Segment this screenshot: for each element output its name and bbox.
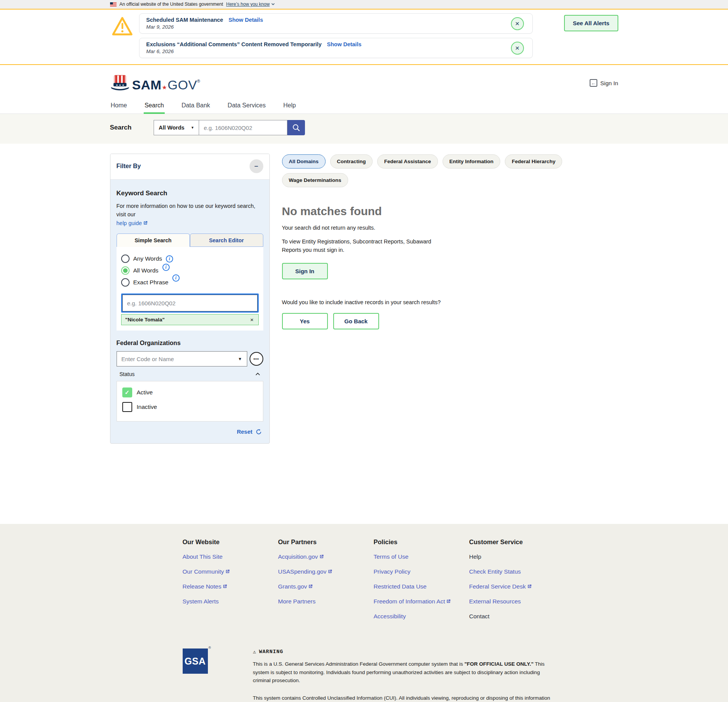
footer-link-accessibility[interactable]: Accessibility	[374, 613, 469, 620]
footer-link-contact[interactable]: Contact	[469, 613, 565, 620]
keyword-search-input[interactable]	[122, 295, 258, 311]
radio-any-words-label: Any Words	[133, 255, 162, 262]
search-band: Search All Words ▼	[0, 114, 728, 144]
footer-link-federal-service-desk[interactable]: Federal Service Desk	[469, 583, 565, 590]
search-mode-select[interactable]: All Words ▼	[154, 120, 199, 135]
domain-tab-wage-determinations[interactable]: Wage Determinations	[282, 173, 349, 187]
yes-button[interactable]: Yes	[282, 313, 328, 329]
login-icon: ←	[590, 79, 597, 87]
keyword-search-heading: Keyword Search	[117, 190, 263, 197]
footer-link-usaspending-gov[interactable]: USASpending.gov	[278, 568, 374, 575]
domain-tab-contracting[interactable]: Contracting	[330, 154, 373, 169]
gov-banner: An official website of the United States…	[0, 0, 728, 10]
external-link-icon	[308, 584, 313, 589]
nav-item-help[interactable]: Help	[282, 100, 297, 113]
us-flag-icon	[110, 2, 117, 6]
header-sign-in-link[interactable]: ← Sign In	[590, 79, 618, 87]
checkbox-inactive[interactable]	[122, 402, 132, 412]
warning-icon: ⚠	[253, 648, 256, 655]
refresh-icon[interactable]	[256, 429, 262, 435]
info-icon[interactable]: i	[166, 255, 173, 263]
footer-link-restricted-data-use[interactable]: Restricted Data Use	[374, 583, 469, 590]
primary-nav: Home Search Data Bank Data Services Help	[0, 100, 728, 114]
radio-any-words[interactable]	[121, 255, 130, 263]
nav-item-data-bank[interactable]: Data Bank	[181, 100, 211, 113]
search-mode-value: All Words	[159, 125, 184, 131]
nav-item-home[interactable]: Home	[110, 100, 128, 113]
collapse-filters-button[interactable]: −	[250, 159, 263, 173]
search-band-label: Search	[110, 124, 132, 131]
status-options-card: ✓ Active Inactive	[117, 381, 263, 422]
domain-tab-all-domains[interactable]: All Domains	[282, 154, 326, 169]
sam-gov-logo[interactable]: ★ ★ ★ SAM★GOV®	[110, 75, 201, 91]
radio-exact-phrase-label: Exact Phrase	[133, 279, 169, 286]
keyword-tag-label: "Nicole Tomala"	[125, 317, 165, 323]
nav-item-search[interactable]: Search	[144, 100, 165, 113]
radio-exact-phrase[interactable]	[121, 278, 130, 287]
global-search-input[interactable]	[199, 120, 287, 135]
sign-in-label: Sign In	[600, 80, 618, 86]
go-back-button[interactable]: Go Back	[333, 313, 379, 329]
footer-link-external-resources[interactable]: External Resources	[469, 598, 565, 605]
show-details-link[interactable]: Show Details	[327, 41, 362, 47]
logo-text-gov: GOV	[168, 78, 197, 92]
footer-link-system-alerts[interactable]: System Alerts	[183, 598, 278, 605]
help-guide-link[interactable]: help guide	[117, 220, 148, 226]
external-link-icon	[527, 584, 532, 589]
footer-heading-our-website: Our Website	[183, 538, 278, 546]
footer-link-grants-gov[interactable]: Grants.gov	[278, 583, 374, 590]
radio-all-words[interactable]	[121, 266, 130, 275]
how-you-know-link[interactable]: Here’s how you know	[226, 2, 275, 7]
show-details-link[interactable]: Show Details	[229, 17, 263, 23]
info-icon[interactable]: i	[172, 274, 180, 282]
alert-title: Scheduled SAM Maintenance	[146, 17, 223, 23]
registered-mark: ®	[208, 646, 211, 650]
footer: Our Website About This Site Our Communit…	[0, 524, 728, 702]
minus-icon: −	[254, 162, 258, 170]
footer-link-release-notes[interactable]: Release Notes	[183, 583, 278, 590]
info-icon[interactable]: i	[162, 264, 170, 271]
chevron-up-icon[interactable]	[255, 373, 260, 376]
remove-tag-icon[interactable]: ×	[250, 316, 254, 323]
checkbox-active[interactable]: ✓	[122, 387, 132, 397]
close-alert-button[interactable]: ×	[511, 17, 524, 30]
tab-simple-search[interactable]: Simple Search	[117, 233, 190, 247]
search-submit-button[interactable]	[287, 120, 305, 135]
no-matches-heading: No matches found	[282, 205, 618, 218]
alert-date: Mar 9, 2026	[146, 24, 506, 30]
footer-link-our-community[interactable]: Our Community	[183, 568, 278, 575]
footer-link-about-this-site[interactable]: About This Site	[183, 553, 278, 560]
search-icon	[292, 123, 300, 132]
footer-link-acquisition-gov[interactable]: Acquisition.gov	[278, 553, 374, 560]
warning-paragraph-2: This system contains Controlled Unclassi…	[253, 694, 555, 702]
domain-tab-entity-information[interactable]: Entity Information	[443, 154, 501, 169]
gsa-logo: GSA ®	[183, 648, 208, 674]
site-header: ★ ★ ★ SAM★GOV® ← Sign In	[0, 65, 728, 100]
footer-link-foia[interactable]: Freedom of Information Act	[374, 598, 469, 605]
footer-link-terms-of-use[interactable]: Terms of Use	[374, 553, 469, 560]
alert-card: Exclusions “Additional Comments” Content…	[139, 38, 533, 58]
footer-link-help[interactable]: Help	[469, 553, 565, 560]
sign-in-button[interactable]: Sign In	[282, 263, 328, 279]
warning-triangle-icon	[112, 16, 133, 36]
federal-org-select[interactable]: Enter Code or Name ▼	[117, 351, 247, 366]
footer-link-privacy-policy[interactable]: Privacy Policy	[374, 568, 469, 575]
see-all-alerts-button[interactable]: See All Alerts	[564, 15, 618, 31]
warning-block: ⚠ WARNING This is a U.S. General Service…	[253, 648, 555, 702]
warning-title: WARNING	[259, 649, 284, 655]
close-alert-button[interactable]: ×	[511, 42, 524, 55]
nav-item-data-services[interactable]: Data Services	[227, 100, 267, 113]
more-options-button[interactable]: •••	[250, 352, 263, 366]
keyword-tag: "Nicole Tomala" ×	[121, 314, 259, 325]
footer-link-check-entity-status[interactable]: Check Entity Status	[469, 568, 565, 575]
domain-tab-federal-hierarchy[interactable]: Federal Hierarchy	[505, 154, 562, 169]
domain-tab-federal-assistance[interactable]: Federal Assistance	[377, 154, 438, 169]
alert-card: Scheduled SAM Maintenance Show Details M…	[139, 13, 533, 34]
footer-heading-customer-service: Customer Service	[469, 538, 565, 546]
footer-link-more-partners[interactable]: More Partners	[278, 598, 374, 605]
uncle-sam-hat-icon: ★ ★ ★	[110, 75, 130, 91]
reset-filters-link[interactable]: Reset	[237, 428, 253, 435]
external-link-icon	[328, 569, 332, 574]
footer-heading-our-partners: Our Partners	[278, 538, 374, 546]
tab-search-editor[interactable]: Search Editor	[190, 233, 263, 247]
